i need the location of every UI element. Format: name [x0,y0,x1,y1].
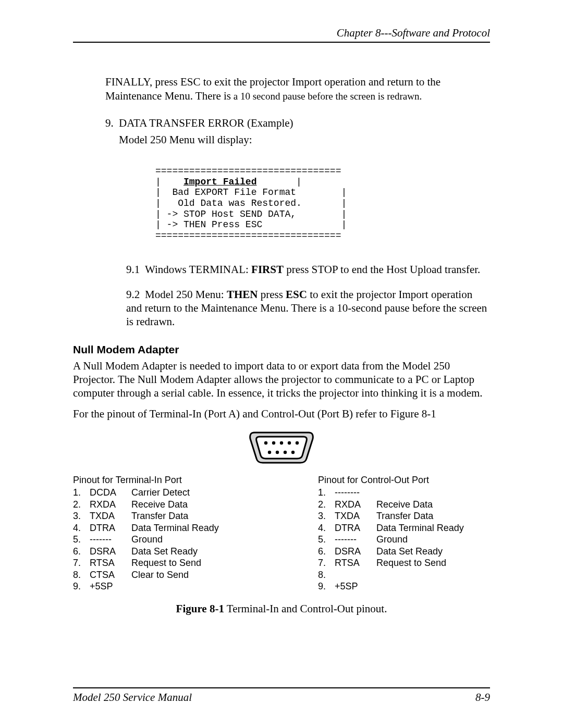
pin-num: 6. [73,546,90,558]
pinout-control-out: Pinout for Control-Out Port 1.--------2.… [318,474,490,593]
pin-row: 1.DCDACarrier Detect [73,487,245,499]
pin-num: 9. [318,581,335,593]
bold-text: FIRST [251,263,284,276]
text: | [155,177,183,187]
pin-row: 1.-------- [318,487,490,499]
bold-text: ESC [286,288,307,301]
svg-point-5 [268,450,271,453]
pin-signal: DTRA [335,522,376,534]
pin-desc: Transfer Data [131,510,245,522]
pin-desc: Request to Send [131,557,245,569]
pin-signal: TXDA [90,510,131,522]
pin-row: 7.RTSARequest to Send [73,557,245,569]
svg-point-2 [280,441,283,444]
svg-point-6 [276,450,279,453]
text: Windows TERMINAL: [145,263,251,276]
code-line: ================================= [155,230,341,241]
pin-desc: Data Set Ready [131,546,245,558]
pin-signal: CTSA [90,569,131,581]
pin-signal: -------- [335,487,376,499]
code-line: | Import Failed | [155,177,302,187]
svg-point-1 [272,441,275,444]
chapter-title: Chapter 8---Software and Protocol [337,27,490,39]
pin-num: 3. [318,510,335,522]
code-line: | Bad EXPORT File Format | [155,187,347,198]
item-9-line2: Model 250 Menu will display: [119,133,490,146]
pin-num: 9. [73,581,90,593]
pin-desc: Receive Data [131,499,245,511]
item-9-1: 9.1Windows TERMINAL: FIRST press STOP to… [126,263,490,276]
pin-row: 5.-------Ground [73,534,245,546]
figure-8-1: Pinout for Terminal-In Port 1.DCDACarrie… [73,428,490,615]
pin-row: 3.TXDATransfer Data [318,510,490,522]
import-failed-text: Import Failed [183,177,256,187]
pin-row: 5.-------Ground [318,534,490,546]
pin-row: 3.TXDATransfer Data [73,510,245,522]
pin-num: 1. [318,487,335,499]
pin-desc: Ground [376,534,490,546]
code-line: | Old Data was Restored. | [155,198,347,208]
item-number: 9. [105,116,119,130]
pin-signal: ------- [90,534,131,546]
pin-signal [335,569,376,581]
bold-text: THEN [227,288,258,301]
pin-row: 7.RTSARequest to Send [318,557,490,569]
pin-row: 2.RXDAReceive Data [318,499,490,511]
sub-number: 9.1 [126,263,145,276]
text: press [258,288,286,301]
pin-desc: Data Terminal Ready [131,522,245,534]
pin-row: 4.DTRAData Terminal Ready [73,522,245,534]
pin-num: 1. [73,487,90,499]
text: Model 250 Menu: [145,288,227,301]
svg-point-8 [291,450,295,453]
pin-num: 7. [73,557,90,569]
null-modem-p2: For the pinout of Terminal-In (Port A) a… [73,407,490,421]
code-line: ================================= [155,166,341,176]
null-modem-p1: A Null Modem Adapter is needed to import… [73,359,490,400]
pin-desc: Carrier Detect [131,487,245,499]
pin-row: 2.RXDAReceive Data [73,499,245,511]
figure-text: Terminal-In and Control-Out pinout. [224,602,387,615]
text: press STOP to end the Host Upload transf… [284,263,480,276]
page-header: Chapter 8---Software and Protocol [73,26,490,43]
page: Chapter 8---Software and Protocol FINALL… [0,0,563,728]
pin-signal: +5SP [335,581,376,593]
pinout-left-title: Pinout for Terminal-In Port [73,474,245,486]
pin-num: 5. [73,534,90,546]
pin-desc: Receive Data [376,499,490,511]
section-null-modem-title: Null Modem Adapter [73,343,490,356]
pin-num: 7. [318,557,335,569]
sub-number: 9.2 [126,288,145,301]
pin-desc: Request to Send [376,557,490,569]
pin-signal: DSRA [335,546,376,558]
pin-num: 6. [318,546,335,558]
pin-row: 6.DSRAData Set Ready [73,546,245,558]
svg-point-0 [264,441,267,444]
pin-signal: DCDA [90,487,131,499]
pin-row: 9.+5SP [318,581,490,593]
pin-num: 3. [73,510,90,522]
text-small: a 10 second pause before the screen is r… [231,91,422,102]
pin-desc: Transfer Data [376,510,490,522]
pin-row: 6.DSRAData Set Ready [318,546,490,558]
pin-desc: Data Terminal Ready [376,522,490,534]
pin-num: 8. [318,569,335,581]
pin-desc: Data Set Ready [376,546,490,558]
figure-label: Figure 8-1 [176,602,224,615]
pin-desc [376,581,490,593]
figure-caption: Figure 8-1 Terminal-In and Control-Out p… [73,602,490,615]
pin-signal: RTSA [90,557,131,569]
pin-desc [376,569,490,581]
pin-signal: TXDA [335,510,376,522]
para-finally: FINALLY, press ESC to exit the projector… [105,75,490,103]
pin-signal: RXDA [335,499,376,511]
pinout-tables: Pinout for Terminal-In Port 1.DCDACarrie… [73,474,490,593]
pin-signal: DSRA [90,546,131,558]
terminal-display: ================================= | Impo… [155,155,490,252]
pin-signal: RXDA [90,499,131,511]
pin-desc: Clear to Send [131,569,245,581]
db9-connector-icon [245,428,318,466]
footer-left: Model 250 Service Manual [73,690,192,704]
pinout-right-title: Pinout for Control-Out Port [318,474,490,486]
pin-num: 8. [73,569,90,581]
